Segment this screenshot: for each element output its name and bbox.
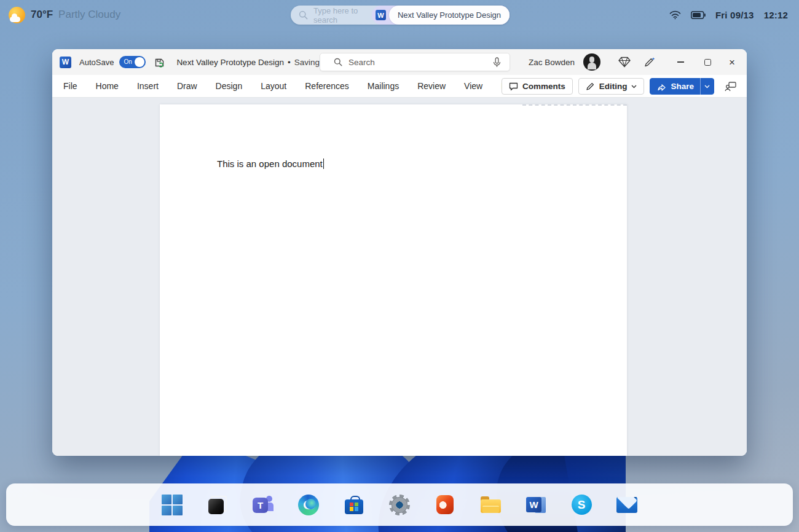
- tray-time[interactable]: 12:12: [764, 10, 788, 20]
- word-menubar: File Home Insert Draw Design Layout Refe…: [52, 75, 747, 98]
- user-avatar[interactable]: [583, 53, 600, 71]
- tab-home[interactable]: Home: [96, 81, 119, 91]
- taskbar-item-word[interactable]: W: [524, 493, 548, 517]
- autosave-label: AutoSave: [79, 58, 114, 67]
- tab-layout[interactable]: Layout: [261, 81, 286, 91]
- share-label: Share: [671, 82, 694, 91]
- start-button[interactable]: [160, 493, 184, 517]
- word-search-placeholder: Search: [348, 58, 493, 67]
- diamond-icon[interactable]: [614, 53, 635, 71]
- tray-date[interactable]: Fri 09/13: [715, 10, 754, 20]
- taskbar-item-mail[interactable]: [615, 493, 639, 517]
- document-page[interactable]: This is an open document: [160, 104, 627, 456]
- microsoft-store-icon: [345, 496, 363, 514]
- weather-condition: Partly Cloudy: [58, 9, 120, 21]
- windows-logo-icon: [162, 495, 183, 515]
- word-search-box[interactable]: Search: [320, 53, 510, 71]
- word-titlebar: W AutoSave On Next Valley Prototype Desi…: [52, 49, 747, 75]
- save-sync-icon[interactable]: [154, 57, 166, 68]
- word-icon: W: [526, 496, 546, 514]
- skype-icon: S: [572, 495, 592, 515]
- search-placeholder: Type here to search: [313, 6, 372, 25]
- pencil-icon: [586, 82, 595, 91]
- user-name[interactable]: Zac Bowden: [529, 58, 575, 67]
- autosave-toggle[interactable]: On: [119, 56, 146, 68]
- taskbar-item-file-explorer[interactable]: [479, 493, 502, 517]
- document-title[interactable]: Next Valley Prototype Design • Saving...: [176, 58, 337, 67]
- weather-temp: 70°F: [31, 9, 53, 21]
- body-text: This is an open document: [217, 158, 323, 169]
- document-text[interactable]: This is an open document: [217, 158, 324, 169]
- minimize-button[interactable]: [668, 52, 693, 72]
- tab-insert[interactable]: Insert: [137, 81, 159, 91]
- share-button[interactable]: Share: [650, 78, 714, 95]
- wifi-icon[interactable]: [669, 10, 681, 20]
- taskbar-item-edge[interactable]: [297, 493, 320, 517]
- desktop-search-bar[interactable]: Type here to search W Next Valley Protot…: [291, 6, 510, 25]
- tab-mailings[interactable]: Mailings: [368, 81, 399, 91]
- maximize-button[interactable]: [695, 52, 720, 72]
- editing-label: Editing: [599, 82, 628, 91]
- taskbar-item-office[interactable]: [433, 493, 457, 517]
- tab-references[interactable]: References: [305, 81, 349, 91]
- mail-icon: [616, 497, 637, 513]
- search-icon: [299, 10, 308, 20]
- autosave-state: On: [124, 58, 132, 65]
- document-canvas: This is an open document: [52, 98, 747, 456]
- edge-icon: [298, 495, 319, 515]
- page-boundary-dashes: [522, 104, 627, 106]
- title-separator: •: [288, 58, 291, 67]
- taskbar-item-settings[interactable]: [388, 493, 411, 517]
- close-icon: ×: [729, 57, 735, 68]
- weather-widget[interactable]: 70°F Partly Cloudy: [9, 7, 120, 23]
- top-system-bar: 70°F Partly Cloudy Type here to search W…: [0, 0, 799, 29]
- comments-label: Comments: [522, 82, 565, 91]
- microphone-icon[interactable]: [493, 57, 501, 68]
- editing-button[interactable]: Editing: [578, 78, 645, 95]
- taskbar-item-dark-app[interactable]: [206, 493, 229, 517]
- active-app-chip[interactable]: W Next Valley Prototype Design: [372, 6, 510, 25]
- search-icon: [334, 58, 342, 66]
- tab-file[interactable]: File: [63, 81, 77, 91]
- file-explorer-icon: [481, 496, 501, 513]
- word-window: W AutoSave On Next Valley Prototype Desi…: [52, 49, 747, 456]
- comments-button[interactable]: Comments: [502, 78, 573, 95]
- tab-review[interactable]: Review: [417, 81, 446, 91]
- word-icon: W: [376, 10, 386, 20]
- taskbar-item-teams[interactable]: T: [251, 493, 275, 517]
- taskbar-item-store[interactable]: [342, 493, 366, 517]
- comment-icon: [509, 82, 518, 91]
- close-button[interactable]: ×: [722, 52, 747, 72]
- battery-icon[interactable]: [691, 11, 706, 19]
- teams-icon: T: [253, 496, 274, 514]
- share-icon: [657, 82, 666, 91]
- word-app-icon: W: [60, 57, 71, 68]
- dark-window-icon: [208, 496, 227, 514]
- doc-title-text: Next Valley Prototype Design: [176, 58, 284, 67]
- tab-design[interactable]: Design: [216, 81, 243, 91]
- sun-cloud-icon: [9, 7, 25, 23]
- settings-gear-icon: [389, 495, 410, 515]
- presence-flag-icon[interactable]: [720, 77, 741, 96]
- tab-view[interactable]: View: [464, 81, 482, 91]
- chevron-down-icon: [631, 85, 637, 88]
- text-cursor: [323, 158, 325, 169]
- system-tray[interactable]: Fri 09/13 12:12: [669, 0, 788, 29]
- taskbar: T W S: [6, 483, 793, 526]
- office-icon: [436, 495, 454, 514]
- taskbar-item-skype[interactable]: S: [570, 493, 593, 517]
- active-app-label: Next Valley Prototype Design: [389, 6, 510, 25]
- pen-sparkle-icon[interactable]: [640, 53, 661, 71]
- share-dropdown[interactable]: [700, 78, 714, 95]
- tab-draw[interactable]: Draw: [177, 81, 197, 91]
